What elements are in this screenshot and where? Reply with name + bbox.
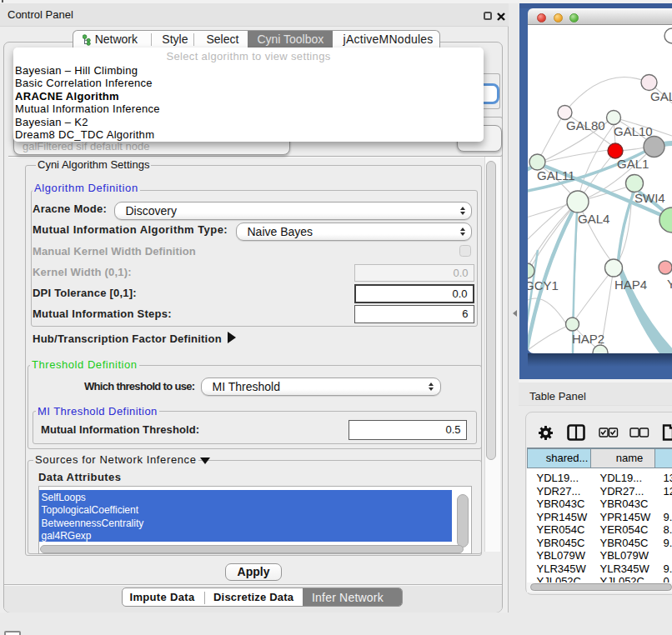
svg-text:GAL1: GAL1 [617,157,649,171]
svg-text:GAL: GAL [650,89,672,103]
svg-text:SWI4: SWI4 [634,191,665,205]
svg-text:GAL10: GAL10 [614,124,653,138]
svg-text:GCY1: GCY1 [528,278,559,292]
svg-text:GAL11: GAL11 [537,168,575,182]
svg-text:GAL80: GAL80 [566,118,605,132]
svg-text:HAP4: HAP4 [614,278,647,292]
svg-text:Y: Y [667,277,672,291]
svg-text:GAL4: GAL4 [578,212,609,226]
svg-text:HAP2: HAP2 [572,332,604,346]
